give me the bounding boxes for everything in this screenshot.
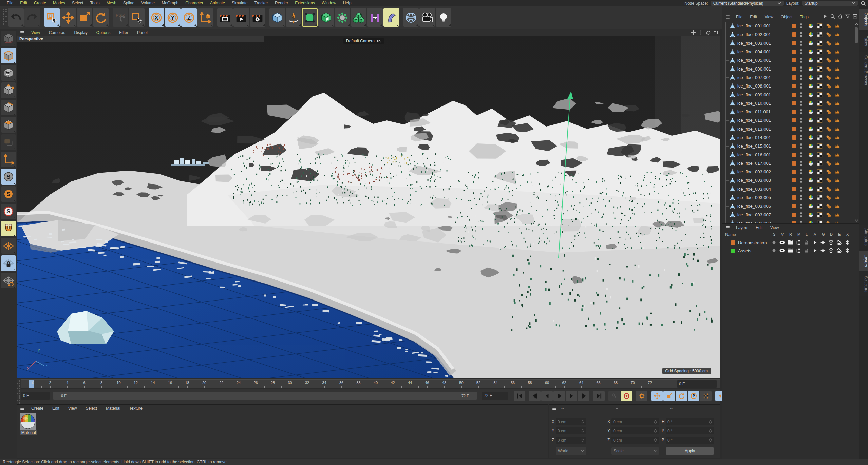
- keying-settings-button[interactable]: [636, 391, 647, 401]
- texture-tag-icon[interactable]: [808, 23, 814, 29]
- phong-tag-icon[interactable]: [826, 220, 831, 223]
- timeline-grip[interactable]: [17, 379, 21, 404]
- uvw-tag-icon[interactable]: [817, 135, 823, 140]
- uvw-tag-icon[interactable]: [817, 32, 823, 37]
- spinner-icon[interactable]: [43, 394, 48, 398]
- visibility-dots[interactable]: [800, 83, 802, 89]
- uvw-tag-icon[interactable]: [817, 49, 823, 55]
- layer-eswirl-icon[interactable]: [836, 239, 842, 246]
- menu-spline[interactable]: Spline: [120, 1, 138, 5]
- object-name[interactable]: ice_floe_003.001: [737, 41, 771, 46]
- key-pla-button[interactable]: [700, 391, 712, 401]
- simulation-tag-icon[interactable]: [834, 92, 840, 98]
- visibility-dots[interactable]: [800, 152, 802, 157]
- layers-menu-layers[interactable]: Layers: [732, 225, 752, 230]
- layer-play-icon[interactable]: [812, 248, 818, 254]
- texture-tag-icon[interactable]: [808, 169, 814, 175]
- visibility-dots[interactable]: [800, 178, 802, 183]
- phong-tag-icon[interactable]: [826, 75, 831, 80]
- ruler-frame-label[interactable]: 68: [614, 381, 618, 385]
- menu-select[interactable]: Select: [69, 1, 87, 5]
- object-row[interactable]: ice_floe_002.001: [722, 30, 854, 39]
- visibility-dots[interactable]: [800, 101, 802, 106]
- live-selection-button[interactable]: [44, 8, 60, 27]
- workplane-button[interactable]: [1, 238, 16, 254]
- texture-tag-icon[interactable]: [808, 100, 814, 106]
- layer-dot-icon[interactable]: [771, 248, 777, 254]
- object-row[interactable]: ice_floe_003.002: [722, 168, 854, 176]
- ruler-frame-label[interactable]: 60: [545, 381, 549, 385]
- object-name[interactable]: ice_floe_003.007: [737, 212, 771, 217]
- simulation-tag-icon[interactable]: [834, 212, 840, 218]
- texture-tag-icon[interactable]: [808, 40, 814, 46]
- material-menu-edit[interactable]: Edit: [48, 406, 64, 411]
- object-menu-tags[interactable]: Tags: [796, 15, 812, 19]
- uvw-tag-icon[interactable]: [817, 203, 823, 209]
- object-row[interactable]: ice_floe_009.001: [722, 90, 854, 99]
- view-label[interactable]: Perspective: [17, 37, 43, 41]
- ruler-frame-label[interactable]: 38: [356, 381, 360, 385]
- redo-button[interactable]: [24, 8, 40, 27]
- visibility-dots[interactable]: [800, 212, 802, 217]
- visibility-dots[interactable]: [800, 23, 802, 28]
- panel-arrow-icon[interactable]: [823, 14, 828, 19]
- scroll-down-icon[interactable]: [854, 218, 859, 222]
- layer-color-chip[interactable]: [792, 153, 796, 157]
- z-axis-lock-button[interactable]: Z: [181, 8, 197, 27]
- move-button[interactable]: [60, 8, 76, 27]
- material-tile[interactable]: Material: [20, 413, 37, 435]
- home-icon[interactable]: [837, 14, 843, 19]
- layer-color[interactable]: [731, 249, 735, 253]
- ruler-frame-label[interactable]: 30: [288, 381, 292, 385]
- layer-eswirl-icon[interactable]: [836, 248, 842, 254]
- ruler-frame-label[interactable]: 46: [425, 381, 429, 385]
- ruler-frame-label[interactable]: 48: [442, 381, 446, 385]
- material-menu-material[interactable]: Material: [101, 406, 125, 411]
- phong-tag-icon[interactable]: [826, 152, 831, 158]
- object-name[interactable]: ice_floe_005.001: [737, 58, 771, 63]
- object-row[interactable]: ice_floe_015.001: [722, 142, 854, 150]
- point-mode-button[interactable]: [1, 82, 16, 98]
- model-mode-button[interactable]: [1, 48, 16, 63]
- object-row[interactable]: ice_floe_012.001: [722, 116, 854, 124]
- visibility-dots[interactable]: [800, 161, 802, 166]
- texture-tag-icon[interactable]: [808, 212, 814, 218]
- uvw-tag-icon[interactable]: [817, 186, 823, 192]
- object-row[interactable]: ice_floe_006.001: [722, 64, 854, 73]
- layer-color-chip[interactable]: [792, 135, 796, 140]
- menu-mesh[interactable]: Mesh: [103, 1, 119, 5]
- layers-menu-edit[interactable]: Edit: [752, 225, 767, 230]
- simulation-tag-icon[interactable]: [834, 49, 840, 55]
- layer-color-chip[interactable]: [792, 187, 796, 191]
- object-row[interactable]: ice_floe_003.007: [722, 211, 854, 219]
- layer-color-chip[interactable]: [792, 110, 796, 114]
- viewport-menu-panel[interactable]: Panel: [133, 30, 152, 35]
- field-button[interactable]: [367, 8, 383, 27]
- scale-dropdown[interactable]: Scale: [611, 447, 659, 455]
- snap-button[interactable]: [1, 221, 16, 236]
- uvw-tag-icon[interactable]: [817, 152, 823, 158]
- rect-selection-button[interactable]: [129, 8, 145, 27]
- layer-color-chip[interactable]: [792, 93, 796, 97]
- object-row[interactable]: ice_floe_003.003: [722, 176, 854, 185]
- object-name[interactable]: ice_floe_003.006: [737, 204, 771, 209]
- apply-button[interactable]: Apply: [666, 447, 714, 455]
- autokey-button[interactable]: [608, 391, 620, 401]
- ruler-frame-label[interactable]: 16: [168, 381, 172, 385]
- ruler-frame-label[interactable]: 42: [391, 381, 395, 385]
- object-row[interactable]: ice_floe_016.001: [722, 150, 854, 159]
- layer-color-chip[interactable]: [792, 161, 796, 166]
- phong-tag-icon[interactable]: [826, 203, 831, 209]
- coord-field-0-X[interactable]: 0 cm: [556, 418, 586, 425]
- layer-eye-icon[interactable]: [779, 239, 785, 246]
- phong-tag-icon[interactable]: [826, 117, 831, 123]
- uvw-tag-icon[interactable]: [817, 126, 823, 132]
- menu-character[interactable]: Character: [182, 1, 207, 5]
- rotate-button[interactable]: [93, 8, 109, 27]
- tab-content-browser[interactable]: Content Browser: [859, 52, 868, 89]
- simulation-tag-icon[interactable]: [834, 32, 840, 37]
- layer-eye-icon[interactable]: [779, 248, 785, 254]
- ruler-frame-label[interactable]: 40: [374, 381, 378, 385]
- material-menu-view[interactable]: View: [64, 406, 81, 411]
- uvw-tag-icon[interactable]: [817, 66, 823, 72]
